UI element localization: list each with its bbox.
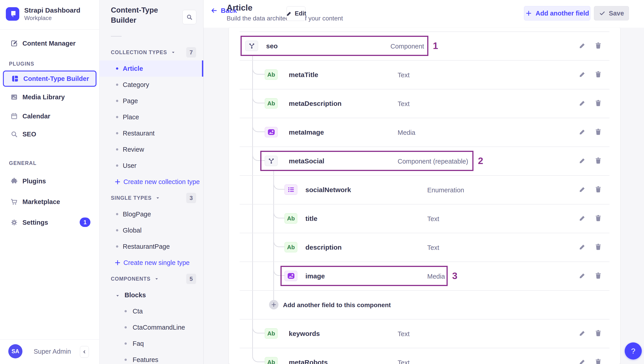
type-list-entry: User [100,157,204,174]
sidebar-item-label: Content Manager [22,40,76,47]
field-row-metaImage: metaImage Media [229,118,620,146]
text-field-icon: Ab [265,328,278,339]
list-item-category[interactable]: Category [100,77,204,93]
count-badge: 5 [186,274,196,284]
sidebar-item-media-library[interactable]: Media Library [0,89,100,105]
create-new-type-link[interactable]: Create new single type [100,255,204,271]
list-item-label: BlogPage [123,211,151,218]
field-type: Enumeration [427,187,464,194]
text-field-icon: Ab [265,98,278,109]
cart-icon [10,198,18,206]
list-item-restaurant[interactable]: Restaurant [100,125,204,141]
delete-field-button[interactable] [594,186,602,194]
sidebar-item-label: Plugins [22,177,46,185]
create-link: Create new collection type [100,174,204,190]
list-item-user[interactable]: User [100,157,204,174]
list-item-cta[interactable]: Cta [100,303,204,319]
edit-button[interactable]: Edit [286,6,306,21]
edit-field-button[interactable] [578,186,586,194]
page-header: Back Article Build the data architecture… [204,0,644,28]
text-field-icon: Ab [284,242,297,252]
delete-field-button[interactable] [594,243,602,251]
type-list-entry: Cta [100,303,204,319]
annotation-number: 1 [433,41,438,51]
field-name: metaRobots [289,358,328,364]
save-button[interactable]: Save [594,6,629,21]
sidebar-item-settings[interactable]: Settings1 [0,214,100,231]
list-item-place[interactable]: Place [100,109,204,125]
avatar[interactable]: SA [8,344,22,358]
check-icon [599,10,606,17]
sidebar-item-label: Calendar [22,113,50,120]
field-row-keywords: Abkeywords Text [229,319,620,348]
list-item-global[interactable]: Global [100,222,204,238]
list-header-label[interactable]: COLLECTION TYPES [111,44,176,60]
panel-title: Content-Type Builder [111,5,178,25]
row-divider [240,118,610,118]
add-another-field-button[interactable]: Add another field [524,6,590,21]
sidebar-item-marketplace[interactable]: Marketplace [0,194,100,210]
sidebar-item-label: SEO [22,130,36,138]
edit-field-button[interactable] [578,157,586,165]
field-name: metaTitle [289,71,318,79]
delete-field-button[interactable] [594,329,602,337]
plus-icon [114,259,121,266]
workspace-switcher[interactable]: Strapi Dashboard Workplace [6,7,96,21]
delete-field-button[interactable] [594,99,602,107]
edit-field-button[interactable] [578,99,586,107]
collapse-sidebar-button[interactable] [80,346,89,358]
help-button[interactable]: ? [625,342,642,359]
edit-field-button[interactable] [578,243,586,251]
edit-field-button[interactable] [578,358,586,364]
delete-field-button[interactable] [594,71,602,79]
row-divider [240,175,610,176]
bullet-icon [116,164,118,167]
list-item-article[interactable]: Article [100,60,204,77]
delete-field-button[interactable] [594,272,602,280]
delete-field-button[interactable] [594,42,602,50]
list-item-label: CtaCommandLine [132,324,185,331]
list-item-review[interactable]: Review [100,141,204,157]
strapi-logo-icon [6,7,19,21]
list-item-label: Cta [132,308,143,315]
edit-field-button[interactable] [578,329,586,337]
list-item-ctacommandline[interactable]: CtaCommandLine [100,319,204,335]
list-item-page[interactable]: Page [100,93,204,109]
edit-field-button[interactable] [578,128,586,136]
create-new-type-link[interactable]: Create new collection type [100,174,204,190]
caret-down-icon [155,196,160,201]
field-type: Text [398,330,410,338]
row-divider [240,146,610,147]
edit-field-button[interactable] [578,272,586,280]
edit-field-button[interactable] [578,71,586,79]
type-list-entry: Faq [100,335,204,352]
list-item-faq[interactable]: Faq [100,335,204,352]
delete-field-button[interactable] [594,128,602,136]
delete-field-button[interactable] [594,214,602,223]
delete-field-button[interactable] [594,358,602,364]
add-field-circle-button[interactable] [269,300,278,309]
edit-field-button[interactable] [578,214,586,223]
sidebar-item-calendar[interactable]: Calendar [0,108,100,124]
delete-field-button[interactable] [594,157,602,165]
component-category-blocks[interactable]: Blocks [100,287,204,303]
sidebar-item-seo[interactable]: SEO [0,126,100,142]
list-header-label[interactable]: COMPONENTS [111,271,159,287]
panel-divider [111,36,122,37]
edit-field-button[interactable] [578,42,586,50]
field-type: Text [427,244,439,251]
list-item-blogpage[interactable]: BlogPage [100,206,204,222]
bullet-icon [116,148,118,150]
list-header-label[interactable]: SINGLE TYPES [111,190,160,206]
list-item-features[interactable]: Features [100,352,204,364]
search-button[interactable] [182,10,196,24]
sidebar-item-plugins[interactable]: Plugins [0,173,100,189]
type-list-entry: Article [100,60,204,77]
sidebar-item-content-manager[interactable]: Content Manager [0,35,100,52]
sidebar-item-content-type-builder[interactable]: Content-Type Builder [3,71,96,87]
user-row: SA Super Admin [0,340,100,364]
content-type-builder-panel: Content-Type Builder COLLECTION TYPES 7 … [100,0,204,364]
row-divider [240,60,610,61]
list-item-restaurantpage[interactable]: RestaurantPage [100,238,204,255]
add-field-to-component-label[interactable]: Add another field to this component [283,301,391,309]
